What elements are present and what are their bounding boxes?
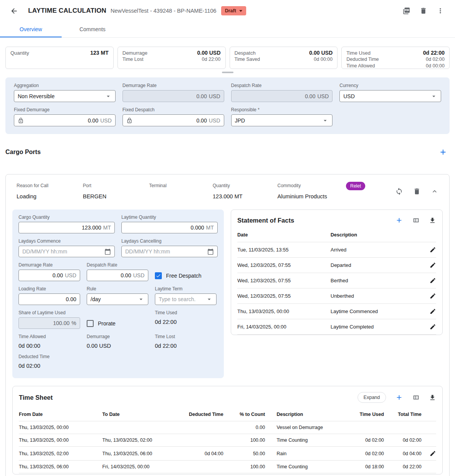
reason-for-call-label: Reason for Call — [17, 183, 83, 188]
responsible-select[interactable]: JPD — [231, 114, 333, 126]
fixed-despatch-input[interactable]: 0.00 USD — [123, 114, 224, 126]
currency-field: Currency USD — [339, 83, 441, 102]
fixed-despatch-label: Fixed Despatch — [123, 107, 224, 112]
delete-port-icon[interactable] — [413, 188, 421, 195]
ts-deducted-time — [175, 421, 223, 434]
port-label: Port — [83, 183, 149, 188]
timesheet-columns-icon[interactable] — [412, 394, 420, 401]
expand-button[interactable]: Expand — [358, 392, 386, 403]
add-timesheet-row-icon[interactable] — [395, 394, 403, 401]
edit-fact-icon[interactable] — [430, 246, 436, 253]
loading-rate-input[interactable]: 0.00 — [18, 293, 80, 305]
ts-from-date: Thu, 13/03/2025, 00:00 — [19, 421, 102, 434]
lock-icon — [126, 117, 133, 124]
laydays-cancelling-text[interactable] — [125, 248, 207, 255]
sof-description: Laytime Commenced — [331, 304, 423, 319]
laydays-commence-input[interactable] — [18, 246, 115, 257]
ts-col-time-used: Time Used — [344, 407, 384, 421]
currency-select[interactable]: USD — [339, 90, 441, 102]
summary-value: 0d 00:00 — [426, 63, 445, 69]
summary-value: 0d 02:00 — [426, 56, 445, 63]
edit-fact-icon[interactable] — [430, 308, 436, 315]
sof-col-date: Date — [237, 227, 331, 242]
aggregation-select[interactable]: Non Reversible — [14, 90, 116, 102]
sync-icon[interactable] — [395, 188, 403, 195]
timesheet-row: Thu, 13/03/2025, 00:00 Thu, 13/03/2025, … — [19, 434, 436, 447]
checkbox-checked-icon — [155, 272, 162, 279]
sof-row: Wed, 12/03/2025, 07:55 Berthed — [237, 273, 436, 288]
laydays-commence-label: Laydays Commence — [18, 238, 115, 244]
port-demurrage-value: 0.00 USD — [87, 343, 148, 349]
tab-bar: Overview Comments — [0, 22, 455, 38]
edit-fact-icon[interactable] — [430, 323, 436, 330]
prorate-checkbox[interactable]: Prorate — [87, 320, 116, 327]
laytime-quantity-value: 0.000 — [191, 225, 204, 231]
cargo-quantity-value: 123.000 — [82, 225, 101, 231]
share-of-laytime-label: Share of Laytime Used — [18, 310, 80, 315]
laydays-cancelling-field: Laydays Cancelling — [121, 238, 218, 257]
sof-row: Wed, 12/03/2025, 07:55 Departed — [237, 258, 436, 273]
quantity-value: 123.000 MT — [213, 193, 277, 199]
page-subtitle: NewVesselTest - 439248 - BP-NAME-1106 — [111, 8, 217, 14]
laytime-quantity-input[interactable]: 0.000 MT — [121, 222, 218, 233]
sof-download-icon[interactable] — [429, 217, 436, 224]
tab-overview[interactable]: Overview — [0, 22, 62, 37]
time-used-value: 0d 22:00 — [155, 319, 217, 325]
sof-actions — [395, 216, 436, 224]
despatch-rate-input: 0.00 USD — [231, 90, 333, 102]
add-port-icon[interactable] — [439, 148, 447, 156]
fixed-demurrage-input[interactable]: 0.00 USD — [14, 114, 116, 126]
share-of-laytime-input: 100.00 % — [18, 317, 80, 329]
ts-col-deducted-time: Deducted Time — [175, 407, 223, 421]
chevron-down-icon — [206, 296, 213, 303]
sof-columns-icon[interactable] — [412, 217, 420, 224]
commodity-label: Commodity — [277, 183, 346, 188]
ts-description: Vessel on Demurrage — [265, 421, 344, 434]
more-options-icon[interactable] — [437, 7, 444, 15]
fixed-despatch-value: 0.00 — [196, 117, 207, 124]
responsible-label: Responsible * — [231, 107, 333, 112]
port-despatch-rate-unit: USD — [133, 272, 144, 278]
time-sheet-actions: Expand — [358, 392, 436, 403]
collapse-chevron-icon[interactable] — [431, 188, 438, 195]
ts-deducted-time — [175, 434, 223, 447]
add-fact-icon[interactable] — [395, 216, 403, 224]
laytime-term-text[interactable] — [159, 296, 206, 302]
time-lost-label: Time Lost — [155, 334, 217, 339]
status-badge[interactable]: Draft — [221, 6, 246, 15]
chevron-down-icon — [138, 296, 144, 303]
rule-label: Rule — [87, 286, 148, 292]
export-pdf-icon[interactable] — [403, 7, 410, 15]
summary-label: Time Used — [346, 50, 370, 56]
aggregation-value: Non Reversible — [18, 93, 55, 99]
sof-description: Unberthed — [331, 288, 423, 304]
laydays-cancelling-input[interactable] — [121, 246, 218, 257]
laydays-commence-text[interactable] — [22, 248, 104, 255]
edit-timesheet-row-icon[interactable] — [430, 450, 436, 457]
timesheet-download-icon[interactable] — [429, 394, 436, 401]
resize-handle[interactable] — [222, 72, 233, 73]
demurrage-rate-value: 0.00 — [196, 93, 207, 99]
sof-table: Date Description Tue, 11/03/2025, 13:55 … — [237, 227, 436, 335]
edit-fact-icon[interactable] — [430, 262, 436, 268]
rule-select[interactable]: /day — [87, 293, 148, 305]
free-despatch-checkbox[interactable]: Free Despatch — [155, 272, 201, 279]
ts-total-time: 0d 22:00 — [384, 461, 421, 473]
fixed-despatch-unit: USD — [209, 117, 220, 124]
sof-description: Berthed — [331, 273, 423, 288]
cargo-quantity-input[interactable]: 123.000 MT — [18, 222, 115, 233]
ts-pct-to-count: 100.00 — [223, 461, 265, 473]
laytime-term-select[interactable] — [155, 293, 217, 305]
summary-card-demurrage: Demurrage0.00 USD Time Lost0d 22:00 — [118, 47, 226, 69]
edit-fact-icon[interactable] — [430, 293, 436, 299]
tab-comments[interactable]: Comments — [62, 22, 123, 37]
summary-card-time-used: Time Used0d 22:00 Deducted Time0d 02:00 … — [341, 47, 450, 69]
port-despatch-rate-value: 0.00 — [121, 272, 131, 278]
edit-fact-icon[interactable] — [430, 277, 436, 284]
summary-label: Time Saved — [235, 56, 260, 63]
rule-value: /day — [91, 296, 101, 302]
back-button[interactable] — [10, 7, 18, 15]
port-demurrage-rate-input[interactable]: 0.00 USD — [18, 270, 80, 281]
delete-icon[interactable] — [420, 7, 427, 15]
port-despatch-rate-input[interactable]: 0.00 USD — [87, 270, 148, 281]
